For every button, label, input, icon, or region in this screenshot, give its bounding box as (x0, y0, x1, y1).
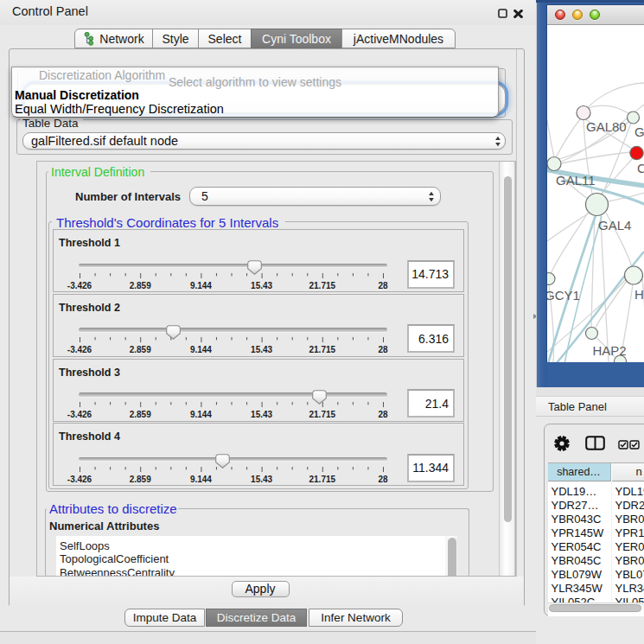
svg-text:GCY1: GCY1 (547, 287, 580, 302)
svg-text:GAL11: GAL11 (556, 173, 596, 188)
svg-text:H: H (634, 287, 644, 302)
svg-text:HAP2: HAP2 (593, 342, 627, 357)
svg-text:GAL80: GAL80 (586, 119, 627, 134)
svg-text:G.: G. (634, 124, 644, 139)
svg-text:C: C (637, 160, 644, 175)
svg-text:GAL4: GAL4 (598, 218, 631, 233)
